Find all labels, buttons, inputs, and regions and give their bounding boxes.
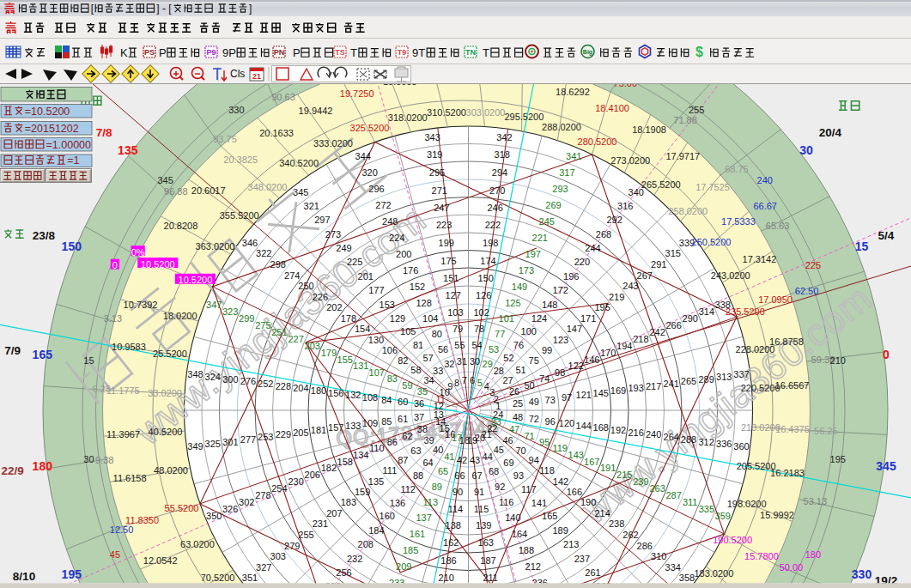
svg-text:326: 326 — [222, 504, 238, 514]
svg-text:20.1633: 20.1633 — [259, 128, 294, 138]
svg-text:322: 322 — [256, 248, 271, 258]
svg-text:151: 151 — [443, 273, 459, 283]
svg-text:24: 24 — [493, 409, 503, 420]
svg-text:277: 277 — [240, 434, 256, 445]
svg-text:147: 147 — [567, 324, 582, 334]
svg-text:93.75: 93.75 — [213, 134, 237, 144]
svg-text:51: 51 — [515, 365, 525, 375]
svg-text:355.5200: 355.5200 — [220, 210, 259, 221]
svg-text:23/8: 23/8 — [33, 229, 56, 242]
svg-text:320: 320 — [361, 167, 377, 178]
svg-text:191: 191 — [600, 463, 616, 473]
svg-text:30: 30 — [83, 454, 94, 464]
svg-text:102: 102 — [473, 307, 489, 318]
svg-text:P: P — [293, 46, 301, 59]
svg-text:262: 262 — [623, 530, 638, 540]
svg-text:37: 37 — [414, 412, 424, 422]
svg-text:87: 87 — [398, 455, 408, 465]
svg-text:] - [: ] - [ — [156, 3, 172, 15]
svg-text:265: 265 — [681, 376, 696, 386]
svg-text:85: 85 — [381, 416, 392, 427]
svg-text:172: 172 — [552, 285, 568, 295]
svg-text:43: 43 — [470, 455, 480, 465]
svg-text:180: 180 — [805, 549, 821, 560]
svg-text:208: 208 — [358, 539, 374, 549]
svg-text:17.0950: 17.0950 — [758, 294, 793, 305]
svg-text:345: 345 — [293, 187, 308, 197]
svg-text:TN: TN — [465, 48, 476, 57]
svg-text:134: 134 — [353, 450, 368, 460]
svg-text:=1.00000: =1.00000 — [46, 139, 92, 151]
svg-text:20.6017: 20.6017 — [191, 185, 226, 196]
svg-text:197: 197 — [525, 249, 541, 259]
svg-text:195: 195 — [830, 454, 846, 464]
svg-text:345: 345 — [876, 459, 896, 473]
svg-text:8/10: 8/10 — [13, 570, 35, 583]
svg-text:179: 179 — [321, 348, 337, 358]
svg-text:330: 330 — [852, 567, 872, 581]
svg-text:60: 60 — [398, 397, 408, 407]
svg-text:359: 359 — [715, 511, 731, 521]
svg-text:341: 341 — [566, 151, 581, 161]
svg-text:106: 106 — [382, 345, 398, 355]
svg-text:118: 118 — [539, 465, 555, 476]
svg-text:249: 249 — [336, 243, 351, 253]
svg-text:301: 301 — [222, 437, 238, 447]
svg-text:22/9: 22/9 — [1, 464, 23, 477]
svg-text:4: 4 — [484, 381, 489, 391]
svg-text:251: 251 — [271, 327, 287, 337]
svg-text:287: 287 — [665, 490, 681, 500]
svg-text:263: 263 — [649, 483, 665, 494]
svg-text:135: 135 — [368, 476, 384, 487]
svg-text:185: 185 — [403, 545, 418, 555]
svg-text:145: 145 — [593, 388, 609, 398]
svg-text:T9: T9 — [398, 48, 407, 57]
svg-text:126: 126 — [476, 290, 491, 300]
svg-text:7/8: 7/8 — [96, 126, 112, 139]
svg-text:64: 64 — [422, 458, 433, 468]
svg-text:286: 286 — [637, 541, 653, 551]
svg-text:70.5200: 70.5200 — [201, 573, 235, 583]
svg-text:62: 62 — [402, 431, 412, 441]
svg-text:66: 66 — [454, 470, 465, 481]
svg-text:346: 346 — [242, 238, 258, 248]
svg-text:30: 30 — [470, 356, 480, 367]
svg-text:113: 113 — [423, 497, 439, 507]
svg-text:226: 226 — [313, 292, 328, 302]
svg-text:350: 350 — [206, 511, 222, 521]
svg-text:222: 222 — [485, 220, 501, 230]
svg-text:143: 143 — [568, 450, 584, 460]
svg-text:86: 86 — [387, 437, 398, 447]
svg-text:321: 321 — [304, 201, 319, 211]
svg-text:20/4: 20/4 — [819, 126, 842, 139]
svg-text:330: 330 — [228, 105, 244, 115]
svg-text:340.5200: 340.5200 — [279, 158, 319, 168]
svg-text:254: 254 — [271, 483, 287, 494]
svg-text:101: 101 — [499, 313, 514, 324]
svg-text:124: 124 — [531, 313, 547, 324]
svg-text:PS: PS — [144, 48, 155, 57]
svg-text:217: 217 — [646, 381, 661, 391]
svg-text:265.5200: 265.5200 — [641, 179, 681, 190]
svg-text:17.7525: 17.7525 — [695, 182, 730, 192]
svg-text:342: 342 — [496, 132, 512, 142]
svg-text:PN: PN — [274, 48, 285, 57]
svg-text:T: T — [483, 46, 489, 59]
svg-text:223: 223 — [436, 220, 452, 230]
svg-text:177: 177 — [368, 285, 384, 295]
svg-text:273: 273 — [325, 229, 341, 239]
svg-text:173: 173 — [519, 265, 534, 276]
svg-text:264: 264 — [664, 432, 679, 442]
svg-text:16.8758: 16.8758 — [769, 336, 804, 347]
svg-text:276: 276 — [240, 376, 256, 386]
svg-text:250: 250 — [298, 281, 313, 291]
svg-text:271: 271 — [432, 185, 447, 196]
svg-text:129: 129 — [390, 313, 405, 324]
svg-text:347: 347 — [206, 300, 222, 310]
svg-text:227: 227 — [288, 334, 303, 344]
svg-text:345: 345 — [157, 175, 173, 185]
svg-text:132: 132 — [345, 390, 361, 400]
svg-text:20.8208: 20.8208 — [164, 221, 198, 231]
svg-text:48: 48 — [513, 412, 523, 422]
svg-text:225: 225 — [347, 257, 362, 267]
